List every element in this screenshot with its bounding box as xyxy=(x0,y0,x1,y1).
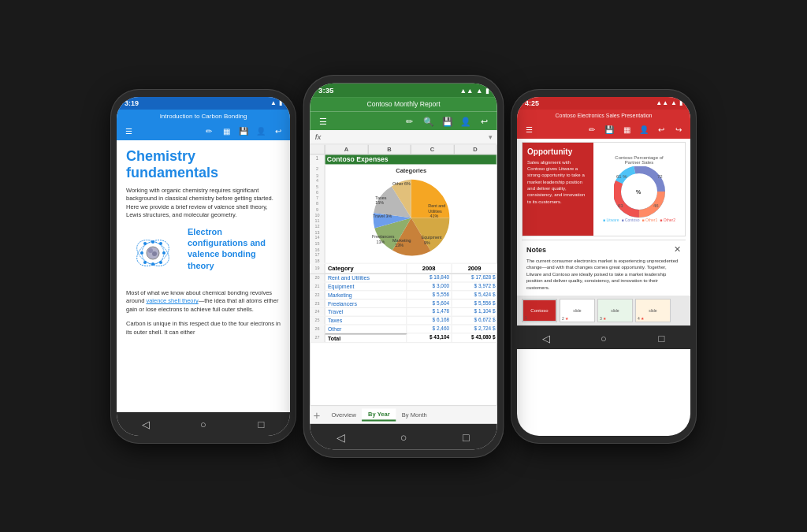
tab-byyear[interactable]: By Year xyxy=(362,408,396,421)
back-button[interactable]: ◁ xyxy=(538,330,554,346)
save-icon[interactable]: 💾 xyxy=(238,126,249,137)
table-row: 24 Travel $ 1,476 $ 1,104 $ xyxy=(310,307,497,316)
row-num: 23 xyxy=(310,299,325,307)
pie-chart-title: Categories xyxy=(396,167,426,173)
cell-category: Total xyxy=(325,333,407,342)
expenses-header: Contoso Expenses xyxy=(325,154,497,164)
layout-icon[interactable]: ▦ xyxy=(621,125,632,136)
svg-text:Marketing: Marketing xyxy=(392,237,411,242)
undo-icon[interactable]: ↩ xyxy=(478,114,490,126)
notes-title: Notes xyxy=(526,245,681,255)
chart-title: Contoso Percentage ofPartner Sales xyxy=(615,155,663,165)
fx-label: fx xyxy=(315,132,322,141)
row-num: 25 xyxy=(310,316,325,324)
thumb-4[interactable]: slide 4 ★ xyxy=(635,299,671,322)
signal-icon: ▲▲ xyxy=(460,86,474,94)
menu-icon[interactable]: ☰ xyxy=(123,126,134,137)
recents-button[interactable]: □ xyxy=(253,417,269,433)
signal-icon: ▲▲ xyxy=(656,99,668,106)
redo-icon[interactable]: ↪ xyxy=(673,125,684,136)
ppt-slide: Opportunity Sales alignment with Contoso… xyxy=(522,142,686,236)
cell-2008: $ 5,604 xyxy=(407,299,452,307)
cell-2008: $ 5,556 xyxy=(407,291,452,299)
recents-button[interactable]: □ xyxy=(457,429,474,446)
menu-icon[interactable]: ☰ xyxy=(317,114,329,126)
thumb-3[interactable]: slide 3 ★ xyxy=(597,299,633,322)
table-row: 23 Freelancers $ 5,604 $ 5,556 $ xyxy=(310,299,497,308)
home-button[interactable]: ○ xyxy=(195,417,211,433)
col-a: A xyxy=(325,144,369,154)
person-icon[interactable]: 👤 xyxy=(459,114,471,126)
back-button[interactable]: ◁ xyxy=(333,429,350,446)
svg-point-1 xyxy=(148,248,153,253)
table-icon[interactable]: ▦ xyxy=(221,126,232,137)
cell-category: Taxes xyxy=(325,316,407,324)
col-row xyxy=(310,144,325,154)
word-bottom-nav: ◁ ○ □ xyxy=(117,412,290,436)
search-icon[interactable]: 🔍 xyxy=(422,114,434,126)
word-doc-title: Introduction to Carbon Bonding xyxy=(160,113,247,120)
notes-panel: Notes ✕ The current consumer electronics… xyxy=(522,240,686,296)
pen-icon[interactable]: ✏ xyxy=(203,126,214,137)
atom-svg xyxy=(126,226,180,280)
svg-point-9 xyxy=(140,251,143,255)
col-d: D xyxy=(454,144,497,154)
ppt-toolbar: ☰ ✏ 💾 ▦ 👤 ↩ ↪ xyxy=(517,121,690,139)
word-time: 3:19 xyxy=(125,99,139,107)
ppt-title-bar: Contoso Electronics Sales Presentation xyxy=(517,110,690,121)
person-icon[interactable]: 👤 xyxy=(638,125,649,136)
undo-icon[interactable]: ↩ xyxy=(273,126,284,137)
notes-close-button[interactable]: ✕ xyxy=(674,244,681,255)
thumb-2[interactable]: slide 2 ★ xyxy=(560,299,595,322)
svg-point-13 xyxy=(143,261,147,264)
cell-2009: $ 5,556 $ xyxy=(452,299,496,307)
tab-bymonth[interactable]: By Month xyxy=(396,409,433,420)
word-body2: Most of what we know about chemical bond… xyxy=(126,289,281,314)
cell-category: Freelancers xyxy=(325,299,407,307)
home-button[interactable]: ○ xyxy=(395,429,412,446)
person-icon[interactable]: 👤 xyxy=(255,126,266,137)
ppt-slide-title: Opportunity xyxy=(527,147,589,156)
wifi-icon: ▲ xyxy=(476,86,483,94)
excel-time: 3:35 xyxy=(318,86,333,95)
slide-thumbnails: Contoso 1 slide 2 ★ slide 3 ★ slide 4 ★ xyxy=(517,296,690,326)
word-title-bar: Introduction to Carbon Bonding xyxy=(117,110,290,123)
ppt-slide-right: Contoso Percentage ofPartner Sales 72 46… xyxy=(593,143,685,236)
recents-button[interactable]: □ xyxy=(653,330,669,346)
svg-point-8 xyxy=(162,251,165,255)
pen-icon[interactable]: ✏ xyxy=(586,125,597,136)
cell-category: Marketing xyxy=(325,291,407,299)
menu-icon[interactable]: ☰ xyxy=(523,125,534,136)
ppt-slide-body: Sales alignment with Contoso gives Litwa… xyxy=(527,159,589,206)
table-header: 19 Category 2008 2009 xyxy=(310,263,497,273)
battery-icon: ▮ xyxy=(485,86,489,94)
save-icon[interactable]: 💾 xyxy=(441,114,453,126)
dropdown-arrow[interactable]: ▾ xyxy=(489,132,492,140)
valence-link[interactable]: valence shell theory xyxy=(146,297,198,304)
formula-input[interactable] xyxy=(325,132,489,140)
pen-icon[interactable]: ✏ xyxy=(404,114,415,126)
row-num: 22 xyxy=(310,291,325,299)
svg-text:Other 6%: Other 6% xyxy=(392,181,411,186)
svg-text:Taxes: Taxes xyxy=(375,195,386,199)
svg-text:61 %: 61 % xyxy=(616,174,627,179)
thumb-1[interactable]: Contoso 1 xyxy=(522,299,557,322)
svg-text:13%: 13% xyxy=(395,243,404,247)
undo-icon[interactable]: ↩ xyxy=(656,125,667,136)
col-b: B xyxy=(368,144,411,154)
table-row: 25 Taxes $ 6,168 $ 6,672 $ xyxy=(310,316,497,325)
signal-icon: ▲ xyxy=(270,99,277,106)
table-row: 20 Rent and Utilities $ 18,840 $ 17,628 … xyxy=(310,273,497,282)
cell-category: Other xyxy=(325,325,407,333)
back-button[interactable]: ◁ xyxy=(138,417,154,433)
formula-bar: fx ▾ xyxy=(310,130,497,144)
save-icon[interactable]: 💾 xyxy=(604,125,615,136)
svg-text:13%: 13% xyxy=(376,239,385,244)
svg-text:Travel 3%: Travel 3% xyxy=(373,214,392,218)
svg-text:46: 46 xyxy=(653,203,659,208)
home-button[interactable]: ○ xyxy=(596,330,612,346)
add-sheet-button[interactable]: + xyxy=(314,407,321,421)
excel-toolbar: ☰ ✏ 🔍 💾 👤 ↩ xyxy=(310,111,497,130)
table-row: 21 Equipment $ 3,000 $ 3,972 $ xyxy=(310,282,497,291)
tab-overview[interactable]: Overview xyxy=(325,409,363,420)
